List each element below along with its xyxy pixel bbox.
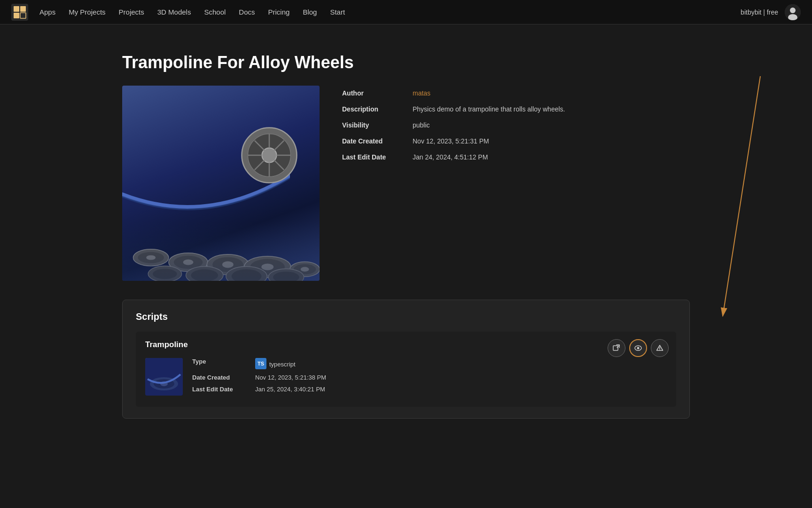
nav-links: Apps My Projects Projects 3D Models Scho… [39,8,741,16]
last-edit-label: Last Edit Date [342,153,413,161]
nav-docs[interactable]: Docs [239,8,255,16]
script-card: Trampoline Type [136,332,676,407]
nav-user-text: bitbybit | free [741,8,778,16]
description-label: Description [342,105,413,113]
nav-projects[interactable]: Projects [119,8,144,16]
view-button[interactable] [629,339,647,357]
scripts-section: Scripts Trampoline Type [122,300,690,419]
author-value[interactable]: matas [413,89,430,97]
nav-pricing[interactable]: Pricing [268,8,290,16]
svg-line-9 [723,76,760,316]
meta-description-row: Description Physics demo of a trampoline… [342,105,565,113]
script-type-row: Type TS typescript [192,358,667,369]
script-date-created-row: Date Created Nov 12, 2023, 5:21:38 PM [192,374,667,381]
project-detail: Author matas Description Physics demo of… [122,86,690,281]
typescript-label: typescript [269,361,296,368]
scripts-title: Scripts [136,311,676,322]
script-last-edit-row: Last Edit Date Jan 25, 2024, 3:40:21 PM [192,386,667,393]
author-label: Author [342,89,413,97]
page-title: Trampoline For Alloy Wheels [122,53,690,72]
date-created-value: Nov 12, 2023, 5:21:31 PM [413,137,489,145]
svg-point-51 [637,347,640,349]
script-type-label: Type [192,358,244,369]
nav-apps[interactable]: Apps [39,8,55,16]
nav-blog[interactable]: Blog [303,8,317,16]
nav-my-projects[interactable]: My Projects [69,8,105,16]
svg-rect-3 [14,13,19,18]
type-badge: TS typescript [255,358,296,369]
svg-point-53 [659,349,660,350]
open-external-button[interactable] [608,339,625,357]
nav-right: bitbybit | free [741,4,801,20]
meta-visibility-row: Visibility public [342,121,565,129]
description-value: Physics demo of a trampoline that rolls … [413,105,565,113]
svg-rect-4 [20,13,26,18]
user-avatar[interactable] [785,4,801,20]
script-last-edit-value: Jan 25, 2024, 3:40:21 PM [255,386,325,393]
meta-last-edit-row: Last Edit Date Jan 24, 2024, 4:51:12 PM [342,153,565,161]
svg-rect-2 [20,6,26,12]
nav-start[interactable]: Start [330,8,345,16]
script-actions [608,339,669,357]
nav-3d-models[interactable]: 3D Models [157,8,191,16]
script-name: Trampoline [145,340,188,349]
script-metadata: Type TS typescript Date Created Nov 12, … [192,358,667,397]
visibility-value: public [413,121,430,129]
script-date-created-value: Nov 12, 2023, 5:21:38 PM [255,374,326,381]
visibility-label: Visibility [342,121,413,129]
script-thumbnail [145,358,183,396]
navbar: Apps My Projects Projects 3D Models Scho… [0,0,812,24]
arrow-annotation [676,71,779,337]
meta-date-created-row: Date Created Nov 12, 2023, 5:21:31 PM [342,137,565,145]
meta-author-row: Author matas [342,89,565,97]
project-metadata: Author matas Description Physics demo of… [342,86,565,281]
site-logo[interactable] [11,4,28,21]
project-image [122,86,320,281]
svg-point-6 [790,8,796,13]
last-edit-value: Jan 24, 2024, 4:51:12 PM [413,153,488,161]
date-created-label: Date Created [342,137,413,145]
main-content: Trampoline For Alloy Wheels [0,24,812,447]
svg-rect-48 [613,346,618,350]
nav-school[interactable]: School [204,8,226,16]
svg-rect-1 [14,6,19,12]
script-date-created-label: Date Created [192,374,244,381]
typescript-icon: TS [255,358,266,369]
warning-button[interactable] [651,339,669,357]
script-last-edit-label: Last Edit Date [192,386,244,393]
